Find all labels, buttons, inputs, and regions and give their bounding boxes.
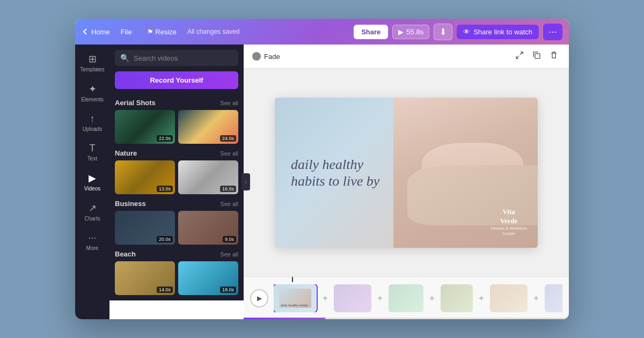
timeline-clip-2[interactable]: [334, 284, 371, 312]
resize-button[interactable]: ⚑ Resize: [143, 26, 181, 38]
beach-grid: 14.0s 18.0s: [115, 261, 238, 295]
canvas-slide[interactable]: daily healthy habits to live by Vita Ver…: [275, 98, 538, 248]
duration-label: 55.8s: [406, 28, 423, 36]
timeline-track-bg: [244, 318, 569, 319]
search-input[interactable]: [134, 54, 233, 62]
aerial-shots-grid: 22.0s 24.0s: [115, 110, 238, 144]
charts-icon: ↗: [89, 202, 97, 214]
file-menu-button[interactable]: File: [116, 26, 136, 38]
sidebar-item-label: Uploads: [83, 126, 103, 132]
beach-clip-1-duration: 14.0s: [157, 286, 173, 293]
timeline-track: daily healthy habits + + +: [274, 284, 562, 312]
business-clip-2[interactable]: 9.0s: [178, 211, 238, 245]
business-clip-1[interactable]: 20.0s: [115, 211, 175, 245]
beach-header: Beach See all: [115, 250, 238, 258]
eye-icon: 👁: [463, 28, 470, 36]
video-panel: 🔍 Record Yourself Aerial Shots See all 2…: [109, 45, 244, 300]
aerial-clip-2[interactable]: 24.0s: [178, 110, 238, 144]
more-options-button[interactable]: ⋯: [543, 24, 562, 40]
resize-icon: ⚑: [147, 28, 156, 36]
sidebar-item-label: Videos: [84, 186, 100, 192]
sidebar-item-charts[interactable]: ↗ Charts: [77, 198, 107, 226]
search-input-wrap: 🔍: [115, 50, 238, 66]
aerial-shots-header: Aerial Shots See all: [115, 99, 238, 107]
expand-button[interactable]: [513, 49, 526, 64]
search-bar: 🔍: [109, 45, 244, 71]
nature-clip-2-duration: 16.0s: [220, 186, 236, 192]
panel-collapse-button[interactable]: ‹: [241, 173, 250, 190]
beach-clip-1[interactable]: 14.0s: [115, 261, 175, 295]
save-status: All changes saved: [187, 28, 347, 35]
aerial-clip-2-duration: 24.0s: [220, 135, 236, 142]
timeline-progress: [244, 318, 325, 319]
clip-add-3[interactable]: +: [426, 284, 438, 312]
beach-title: Beach: [115, 250, 136, 258]
transition-name: Fade: [264, 53, 280, 61]
timeline-play-button[interactable]: ▶: [250, 289, 268, 307]
sidebar-item-elements[interactable]: ✦ Elements: [77, 79, 107, 107]
video-sections: Aerial Shots See all 22.0s 24.0s Nature: [109, 94, 244, 300]
text-icon: T: [90, 143, 96, 154]
business-grid: 20.0s 9.0s: [115, 211, 238, 245]
aerial-clip-1[interactable]: 22.0s: [115, 110, 175, 144]
uploads-icon: ↑: [90, 113, 95, 124]
beach-clip-2-duration: 18.0s: [220, 286, 236, 293]
delete-button[interactable]: [547, 49, 560, 64]
video-panel-wrapper: 🔍 Record Yourself Aerial Shots See all 2…: [109, 45, 244, 319]
videos-icon: ▶: [89, 172, 96, 184]
clip-add-5[interactable]: +: [530, 284, 543, 312]
canvas-area: Fade: [244, 45, 569, 319]
aerial-clip-1-duration: 22.0s: [157, 135, 173, 142]
download-icon: ⬇: [440, 27, 447, 36]
nature-header: Nature See all: [115, 149, 238, 157]
nature-see-all[interactable]: See all: [220, 150, 238, 157]
download-button[interactable]: ⬇: [434, 24, 452, 40]
sidebar-item-label: Elements: [81, 97, 104, 102]
top-bar: Home File ⚑ Resize All changes saved Sha…: [75, 19, 569, 45]
nature-clip-2[interactable]: 16.0s: [178, 160, 238, 194]
back-home-button[interactable]: Home: [82, 28, 110, 36]
sidebar-item-label: More: [86, 245, 99, 251]
more-icon: ···: [88, 232, 96, 244]
business-see-all[interactable]: See all: [220, 201, 238, 207]
canvas-toolbar: Fade: [244, 45, 569, 69]
aerial-shots-see-all[interactable]: See all: [220, 100, 238, 106]
clip-add-4[interactable]: +: [475, 284, 488, 312]
sidebar-item-uploads[interactable]: ↑ Uploads: [77, 109, 107, 136]
share-link-button[interactable]: 👁 Share link to watch: [457, 25, 539, 39]
nature-grid: 13.0s 16.0s: [115, 160, 238, 194]
clip-add-2[interactable]: +: [374, 284, 386, 312]
share-button[interactable]: Share: [354, 25, 388, 39]
fade-dot-icon: [252, 52, 261, 61]
record-yourself-button[interactable]: Record Yourself: [115, 71, 238, 89]
timeline-area: ▶ daily healthy habits +: [244, 276, 569, 319]
business-clip-2-duration: 9.0s: [223, 236, 236, 243]
duplicate-button[interactable]: [530, 49, 543, 64]
transition-label: Fade: [252, 52, 280, 61]
svg-rect-0: [535, 54, 540, 58]
beach-see-all[interactable]: See all: [220, 251, 238, 258]
timeline-clip-6[interactable]: [545, 284, 562, 312]
sidebar-item-label: Charts: [84, 216, 100, 222]
beach-clip-2[interactable]: 18.0s: [178, 261, 238, 295]
aerial-shots-title: Aerial Shots: [115, 99, 156, 107]
timeline-clip-1[interactable]: daily healthy habits: [274, 284, 317, 312]
timeline-clip-5[interactable]: [490, 284, 528, 312]
nature-clip-1[interactable]: 13.0s: [115, 160, 175, 194]
timeline-clip-3[interactable]: [389, 284, 423, 312]
sidebar-item-text[interactable]: T Text: [77, 138, 107, 166]
sidebar-item-more[interactable]: ··· More: [77, 228, 107, 255]
elements-icon: ✦: [89, 83, 97, 95]
home-label: Home: [91, 28, 110, 36]
nature-title: Nature: [115, 149, 137, 157]
clip-add-1[interactable]: +: [319, 284, 332, 312]
icon-sidebar: ⊞ Templates ✦ Elements ↑ Uploads T Text …: [75, 45, 109, 319]
top-bar-actions: Share ▶ 55.8s ⬇ 👁 Share link to watch ⋯: [354, 24, 562, 40]
timeline-clip-4[interactable]: [441, 284, 473, 312]
play-icon: ▶: [398, 28, 404, 36]
canvas-main: daily healthy habits to live by Vita Ver…: [244, 69, 569, 276]
play-time-button[interactable]: ▶ 55.8s: [392, 25, 429, 39]
slide-headline: daily healthy habits to live by: [291, 156, 379, 189]
sidebar-item-templates[interactable]: ⊞ Templates: [77, 49, 107, 77]
sidebar-item-videos[interactable]: ▶ Videos: [77, 168, 107, 196]
